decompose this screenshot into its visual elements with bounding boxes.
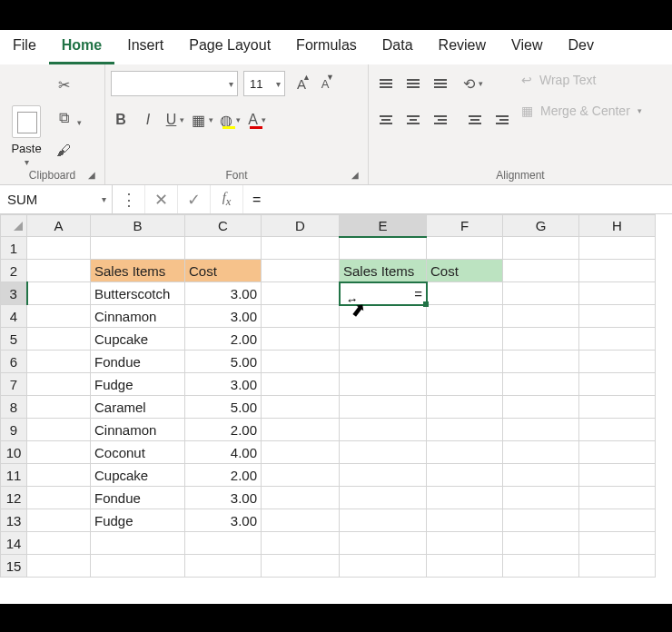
paste-dropdown[interactable]: ▾	[25, 157, 29, 167]
cell-F2[interactable]: Cost	[427, 260, 503, 282]
font-color-button[interactable]: A▾	[247, 110, 267, 130]
col-header-D[interactable]: D	[262, 215, 340, 237]
row-header-1[interactable]: 1	[1, 237, 27, 260]
cell-D7[interactable]	[262, 373, 340, 396]
cell-B3[interactable]: Butterscotch	[91, 282, 185, 305]
tab-file[interactable]: File	[0, 30, 49, 64]
cell-C4[interactable]: 3.00	[185, 305, 262, 328]
cell-D13[interactable]	[262, 509, 340, 532]
cell-E11[interactable]	[340, 464, 427, 487]
cell-F9[interactable]	[427, 419, 503, 441]
cell-B4[interactable]: Cinnamon	[91, 305, 185, 328]
cell-E10[interactable]	[340, 441, 427, 464]
cell-H6[interactable]	[579, 351, 656, 373]
align-right-button[interactable]	[429, 109, 452, 131]
cell-G13[interactable]	[503, 509, 579, 532]
select-all-corner[interactable]	[1, 215, 27, 237]
cell-D15[interactable]	[262, 555, 340, 578]
cell-H2[interactable]	[579, 260, 656, 282]
cell-H7[interactable]	[579, 373, 656, 396]
tab-view[interactable]: View	[499, 30, 555, 64]
cell-A9[interactable]	[27, 419, 91, 441]
cell-C3[interactable]: 3.00	[185, 282, 262, 305]
fill-color-button[interactable]: ◍▾	[220, 110, 240, 130]
enter-edit-button[interactable]: ✓	[178, 185, 211, 213]
cell-E5[interactable]	[340, 328, 427, 351]
tab-data[interactable]: Data	[370, 30, 426, 64]
cell-H8[interactable]	[579, 396, 656, 419]
cell-G12[interactable]	[503, 487, 579, 509]
cell-G14[interactable]	[503, 532, 579, 555]
increase-font-size-button[interactable]: A▲	[291, 73, 312, 94]
row-header-11[interactable]: 11	[1, 464, 27, 487]
cell-D12[interactable]	[262, 487, 340, 509]
cell-G1[interactable]	[503, 237, 579, 260]
spreadsheet-grid[interactable]: A B C D E F G H 12Sales ItemsCostSales I…	[0, 214, 672, 604]
cell-C5[interactable]: 2.00	[185, 328, 262, 351]
row-header-2[interactable]: 2	[1, 260, 27, 282]
cell-B13[interactable]: Fudge	[91, 509, 185, 532]
cell-A12[interactable]	[27, 487, 91, 509]
cell-H3[interactable]	[579, 282, 656, 305]
row-header-7[interactable]: 7	[1, 373, 27, 396]
cell-F8[interactable]	[427, 396, 503, 419]
cell-A6[interactable]	[27, 351, 91, 373]
name-box[interactable]: SUM	[0, 185, 113, 213]
row-header-10[interactable]: 10	[1, 441, 27, 464]
merge-center-button[interactable]: ▦ Merge & Center ▾	[521, 99, 642, 123]
cell-D6[interactable]	[262, 351, 340, 373]
cell-H9[interactable]	[579, 419, 656, 441]
cell-E3[interactable]: =	[340, 282, 427, 305]
row-header-6[interactable]: 6	[1, 351, 27, 373]
fx-button[interactable]: fx	[211, 185, 243, 213]
cell-F11[interactable]	[427, 464, 503, 487]
cell-F4[interactable]	[427, 305, 503, 328]
row-header-8[interactable]: 8	[1, 396, 27, 419]
cell-F13[interactable]	[427, 509, 503, 532]
cell-G10[interactable]	[503, 441, 579, 464]
align-middle-button[interactable]	[401, 73, 425, 94]
cell-G5[interactable]	[503, 328, 579, 351]
copy-button[interactable]: ⧉▾	[53, 107, 74, 129]
cell-H5[interactable]	[579, 328, 656, 351]
col-header-A[interactable]: A	[27, 215, 91, 237]
cell-D2[interactable]	[262, 260, 340, 282]
cell-A4[interactable]	[27, 305, 91, 328]
cell-B9[interactable]: Cinnamon	[91, 419, 185, 441]
cell-E4[interactable]	[340, 305, 427, 328]
cell-D8[interactable]	[262, 396, 340, 419]
align-top-button[interactable]	[374, 73, 398, 94]
align-bottom-button[interactable]	[429, 73, 452, 94]
cell-H15[interactable]	[579, 555, 656, 578]
cell-A1[interactable]	[27, 237, 91, 260]
row-header-9[interactable]: 9	[1, 419, 27, 441]
tab-home[interactable]: Home	[49, 30, 114, 64]
cell-H4[interactable]	[579, 305, 656, 328]
cell-F1[interactable]	[427, 237, 503, 260]
cell-A13[interactable]	[27, 509, 91, 532]
cell-B14[interactable]	[91, 532, 185, 555]
cell-E8[interactable]	[340, 396, 427, 419]
cell-G11[interactable]	[503, 464, 579, 487]
row-header-15[interactable]: 15	[1, 555, 27, 578]
cell-C12[interactable]: 3.00	[185, 487, 262, 509]
underline-button[interactable]: U▾	[165, 110, 185, 130]
cell-B11[interactable]: Cupcake	[91, 464, 185, 487]
cell-B7[interactable]: Fudge	[91, 373, 185, 396]
cell-E6[interactable]	[340, 351, 427, 373]
cell-G8[interactable]	[503, 396, 579, 419]
col-header-H[interactable]: H	[579, 215, 656, 237]
cell-C9[interactable]: 2.00	[185, 419, 262, 441]
tab-developer[interactable]: Dev	[555, 30, 606, 64]
cell-G2[interactable]	[503, 260, 579, 282]
cell-C11[interactable]: 2.00	[185, 464, 262, 487]
cell-F14[interactable]	[427, 532, 503, 555]
paste-icon[interactable]	[12, 105, 41, 138]
cell-H10[interactable]	[579, 441, 656, 464]
cell-C2[interactable]: Cost	[185, 260, 262, 282]
cell-F5[interactable]	[427, 328, 503, 351]
cell-A3[interactable]	[27, 282, 91, 305]
col-header-F[interactable]: F	[427, 215, 503, 237]
cell-B10[interactable]: Coconut	[91, 441, 185, 464]
decrease-font-size-button[interactable]: A▼	[314, 73, 336, 94]
